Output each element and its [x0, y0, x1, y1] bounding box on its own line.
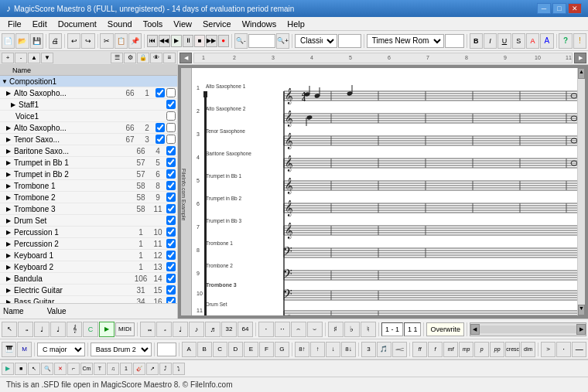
bt2-midi-in[interactable]: M	[17, 342, 32, 357]
bt3-stop[interactable]: ■	[15, 363, 27, 375]
close-button[interactable]: ✕	[568, 3, 582, 14]
inst-mute-tenor-sax[interactable]	[156, 135, 165, 144]
expand-alto-sax2[interactable]: ▶	[6, 124, 14, 131]
bt-eighth[interactable]: ♪	[189, 322, 204, 337]
side-panel-tab[interactable]: FileInfo.com Example	[181, 68, 192, 315]
bt3-export2[interactable]: ⤴	[159, 363, 172, 375]
new-button[interactable]: 📄	[2, 33, 15, 49]
pause-button[interactable]: ⏸	[183, 35, 193, 47]
zoom-input[interactable]: 100	[248, 34, 275, 48]
font-select[interactable]: Times New Roman	[367, 34, 444, 48]
staff-paper[interactable]: 1 2 3 4 5 6 7 8 9 10 11 12 13	[192, 68, 577, 315]
inst-add-button[interactable]: +	[2, 53, 14, 63]
menu-sound[interactable]: Sound	[103, 19, 137, 29]
hscroll-right[interactable]: ▶	[576, 324, 586, 335]
key-select[interactable]: C major	[37, 343, 85, 356]
cut-button[interactable]: ✂	[100, 33, 113, 49]
inst-row-kbd1[interactable]: ▶ Keyboard 1 1 12	[0, 250, 177, 261]
bt2-note-f[interactable]: F	[259, 342, 274, 357]
inst-mute-eguitar[interactable]	[166, 285, 176, 295]
play-from-start-button[interactable]: ⏮	[147, 35, 158, 47]
bt3-play-green[interactable]: ▶	[2, 363, 14, 375]
bt3-guitar[interactable]: 🎸	[133, 363, 145, 375]
bt-half-note[interactable]: 𝅗	[156, 322, 172, 337]
italic-button[interactable]: I	[484, 33, 497, 49]
bt2-staccato[interactable]: ·	[556, 342, 571, 357]
scroll-up-button[interactable]: ▲	[578, 68, 585, 79]
expand-bandula[interactable]: ▶	[6, 275, 14, 282]
bt2-down[interactable]: ↓	[326, 342, 340, 357]
strikethrough-button[interactable]: S	[512, 33, 525, 49]
inst-mute-trombone3[interactable]	[166, 204, 176, 213]
bt3-export1[interactable]: ↗	[146, 363, 159, 375]
expand-eguitar[interactable]: ▶	[6, 287, 14, 294]
bt2-dynamic-p[interactable]: p	[474, 342, 489, 357]
inst-lock-button[interactable]: 🔒	[137, 53, 149, 63]
inst-mute-drumset[interactable]	[166, 216, 176, 225]
inst-up-button[interactable]: ▲	[28, 53, 40, 63]
inst-row-perc2[interactable]: ▶ Percussion 2 1 11	[0, 238, 177, 250]
bt2-note-d[interactable]: D	[228, 342, 243, 357]
inst-row-alto-sax2[interactable]: ▶ Alto Saxopho... 66 2	[0, 122, 177, 134]
bt3-fingering[interactable]: 1	[120, 363, 132, 375]
zoom-out-button[interactable]: 🔍-	[234, 33, 248, 49]
bt2-note-c[interactable]: C	[213, 342, 227, 357]
bt-note1[interactable]: 𝅝	[18, 322, 33, 337]
bt2-dynamic-mp[interactable]: mp	[459, 342, 473, 357]
bt2-note-e[interactable]: E	[244, 342, 258, 357]
bt-whole-note[interactable]: 𝅜	[140, 322, 156, 337]
expand-trumpet1[interactable]: ▶	[6, 159, 14, 166]
bt-treble[interactable]: 𝄞	[67, 322, 82, 337]
maximize-button[interactable]: □	[552, 3, 566, 14]
color-button[interactable]: A	[540, 33, 553, 49]
inst-row-bandula[interactable]: ▶ Bandula 106 14	[0, 273, 177, 285]
paste-button[interactable]: 📌	[128, 33, 142, 49]
inst-check-voice1[interactable]	[166, 111, 176, 121]
inst-solo-tenor-sax[interactable]	[166, 135, 176, 144]
expand-trumpet2[interactable]: ▶	[6, 171, 14, 178]
inst-mute-kbd2[interactable]	[166, 262, 176, 271]
inst-row-trombone1[interactable]: ▶ Trombone 1 58 8	[0, 180, 177, 192]
expand-alto-sax1[interactable]: ▶	[6, 90, 14, 97]
bt2-piano[interactable]: 🎹	[2, 342, 16, 357]
bt3-cm[interactable]: Cm	[80, 363, 93, 375]
prev-button[interactable]: ◀◀	[159, 35, 169, 47]
menu-windows[interactable]: Windows	[238, 19, 282, 29]
inst-row-eguitar[interactable]: ▶ Electric Guitar 31 15	[0, 285, 177, 296]
bt2-cres[interactable]: cresc	[505, 342, 520, 357]
menu-tools[interactable]: Tools	[138, 19, 168, 29]
help-button[interactable]: ?	[559, 33, 572, 49]
inst-row-trombone3[interactable]: ▶ Trombone 3 58 11	[0, 203, 177, 215]
menu-help[interactable]: Help	[282, 19, 309, 29]
bt2-dynamic-pp[interactable]: pp	[490, 342, 504, 357]
inst-mute-trumpet1[interactable]	[166, 158, 176, 167]
expand-tenor-sax[interactable]: ▶	[6, 136, 14, 143]
bt-tie[interactable]: ⌢	[291, 322, 306, 337]
bt-slur[interactable]: ⌣	[307, 322, 323, 337]
expand-composition[interactable]: ▼	[2, 78, 9, 85]
inst-row-kbd2[interactable]: ▶ Keyboard 2 1 13	[0, 261, 177, 273]
open-button[interactable]: 📂	[15, 33, 29, 49]
inst-down-button[interactable]: ▼	[41, 53, 53, 63]
inst-row-bassguitar[interactable]: ▶ Bass Guitar 34 16	[0, 296, 177, 303]
expand-trombone3[interactable]: ▶	[6, 206, 14, 213]
inst-row-trumpet2[interactable]: ▶ Trumpet in Bb 2 57 6	[0, 169, 177, 180]
underline-button[interactable]: U	[497, 33, 511, 49]
bt2-dynamic-mf[interactable]: mf	[443, 342, 458, 357]
inst-row-perc1[interactable]: ▶ Percussion 1 1 10	[0, 227, 177, 238]
inst-mute-bandula[interactable]	[166, 274, 176, 283]
inst-remove-button[interactable]: -	[15, 53, 27, 63]
expand-trombone2[interactable]: ▶	[6, 194, 14, 201]
zoom-in-button[interactable]: 🔍+	[276, 33, 289, 49]
inst-row-alto-sax1[interactable]: ▶ Alto Saxopho... 66 1	[0, 87, 177, 99]
expand-baritone-sax[interactable]: ▶	[6, 148, 14, 155]
inst-settings-button[interactable]: ⚙	[124, 53, 136, 63]
bt-quarter[interactable]: ♩	[173, 322, 188, 337]
expand-kbd1[interactable]: ▶	[6, 252, 14, 259]
score-nav-left[interactable]: ◀	[179, 53, 192, 63]
inst-mute-kbd1[interactable]	[166, 251, 176, 260]
font-pt-input[interactable]: 10	[445, 34, 464, 48]
bt2-grace[interactable]: 𝆒	[392, 342, 407, 357]
copy-button[interactable]: 📋	[115, 33, 128, 49]
inst-mute-trumpet2[interactable]	[166, 169, 176, 179]
